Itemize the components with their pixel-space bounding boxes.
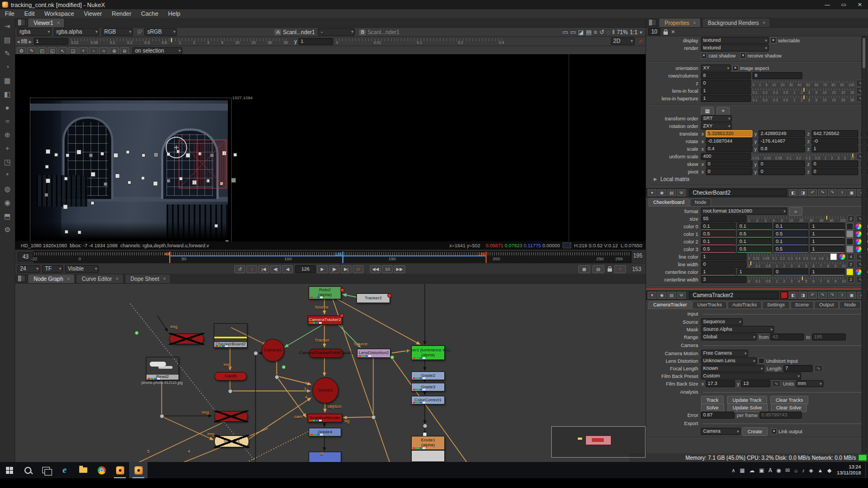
gamma-input[interactable]: 1 bbox=[298, 38, 333, 45]
header-icon[interactable]: ↷ bbox=[818, 292, 827, 299]
color-swatch[interactable] bbox=[846, 246, 853, 253]
input-field[interactable]: 0 bbox=[706, 160, 752, 168]
tray-icon-3[interactable]: ▣ bbox=[759, 467, 764, 473]
input-field[interactable]: 0 bbox=[812, 160, 858, 168]
input-field[interactable]: -0.1687044 bbox=[706, 138, 752, 145]
visible-select[interactable]: Visible bbox=[65, 265, 99, 273]
display-channels-select[interactable]: RGB bbox=[101, 28, 133, 36]
header-icon[interactable]: Ψ bbox=[677, 189, 686, 196]
header-icon[interactable]: ◧ bbox=[789, 292, 797, 299]
viewer-icon-6[interactable]: ◌ bbox=[607, 29, 610, 35]
nodegraph-canvas[interactable]: Roto2(alpha)Tracker2CameraTracker2Checke… bbox=[15, 284, 646, 462]
menu-edit[interactable]: Edit bbox=[20, 10, 40, 17]
node-colorcorrect1[interactable]: ColorCorrect1 bbox=[411, 396, 445, 404]
menu-render[interactable]: Render bbox=[107, 10, 136, 17]
input-field[interactable]: 1 bbox=[810, 230, 845, 237]
checkbox[interactable] bbox=[758, 358, 764, 364]
junction-dot[interactable] bbox=[228, 389, 233, 394]
gamma-slider[interactable]: 00.010.10.20.4 bbox=[336, 38, 504, 44]
range-in-marker[interactable] bbox=[169, 252, 170, 263]
color-wheel-icon[interactable] bbox=[839, 253, 846, 260]
transport-back-0[interactable]: |◀ bbox=[258, 265, 269, 273]
input-field[interactable]: 13 bbox=[741, 380, 770, 387]
tab-node[interactable]: Node bbox=[690, 198, 712, 206]
input-field[interactable]: 195 bbox=[812, 333, 846, 341]
header-icon[interactable]: ▤ bbox=[667, 189, 676, 196]
toolbar-channel-icon[interactable]: ▦ bbox=[2, 75, 13, 86]
multivalue-button[interactable]: 2 bbox=[847, 276, 854, 283]
tray-icon-2[interactable]: ☁ bbox=[749, 467, 755, 473]
viewer-icon-1[interactable]: ▭ bbox=[570, 29, 576, 36]
timeline-icon-3[interactable]: ∿ bbox=[614, 265, 626, 273]
tab-output[interactable]: Output bbox=[814, 301, 839, 309]
input-field[interactable]: 1 bbox=[810, 238, 845, 245]
checkbox[interactable]: × bbox=[740, 53, 746, 59]
tab-autotracks[interactable]: AutoTracks bbox=[727, 301, 762, 309]
toolbar-metadata-icon[interactable]: ⬒ bbox=[2, 211, 13, 222]
input-field[interactable]: 0 bbox=[701, 80, 751, 87]
tab-node-graph[interactable]: Node Graph× bbox=[28, 274, 75, 283]
menu-workspace[interactable]: Workspace bbox=[40, 10, 79, 17]
tray-icon-5[interactable]: ◉ bbox=[776, 467, 781, 473]
fstop-next-icon[interactable]: ▸ bbox=[29, 38, 31, 44]
header-icon[interactable]: ◉ bbox=[658, 292, 666, 299]
input-field[interactable]: 0.1 bbox=[701, 223, 736, 230]
transport-fwd-2[interactable]: ▶| bbox=[341, 265, 352, 273]
input-field[interactable]: 0.1 bbox=[701, 238, 736, 245]
button-clear-solve[interactable]: Clear Solve bbox=[771, 403, 807, 412]
multivalue-button[interactable]: 2 bbox=[847, 215, 854, 222]
slider[interactable]: 015102030405060708090100 bbox=[752, 80, 854, 87]
input-field[interactable]: 0.1 bbox=[774, 238, 808, 245]
input-field[interactable]: 0 bbox=[774, 268, 808, 275]
node-erode1[interactable]: Erode1(alpha) bbox=[411, 436, 445, 450]
select-unknown-lens[interactable]: Unknown Lens bbox=[701, 357, 757, 364]
button--[interactable]: = bbox=[789, 207, 802, 216]
task-view-button[interactable] bbox=[37, 462, 55, 478]
close-icon[interactable]: × bbox=[163, 276, 165, 281]
node-grade2[interactable]: Grade2 bbox=[411, 371, 445, 380]
skip-fwd-button[interactable]: ▶▶ bbox=[394, 265, 405, 273]
toolbar-views-icon[interactable]: ◉ bbox=[2, 197, 13, 208]
tab-dope-sheet[interactable]: Dope Sheet× bbox=[125, 274, 171, 283]
header-icon[interactable]: ▤ bbox=[667, 292, 676, 299]
lock-icon[interactable] bbox=[663, 31, 668, 35]
channel-layer-select[interactable]: rgba bbox=[17, 28, 52, 36]
nodegraph-navigator[interactable] bbox=[551, 426, 646, 458]
select-textured[interactable]: textured bbox=[701, 37, 769, 44]
input-field[interactable]: 0 bbox=[812, 168, 858, 175]
toolbar-keyer-icon[interactable]: ⊕ bbox=[2, 130, 13, 140]
viewer-icon-7[interactable]: ‖ bbox=[612, 29, 615, 35]
input-field[interactable]: 8 bbox=[701, 72, 751, 79]
menu-help[interactable]: Help bbox=[163, 10, 186, 17]
lock-icon[interactable] bbox=[608, 268, 612, 272]
color-swatch[interactable] bbox=[846, 238, 853, 245]
tab-node[interactable]: Node bbox=[839, 301, 861, 309]
node-card1[interactable]: Card1 bbox=[214, 411, 248, 422]
input-field[interactable]: 0.1 bbox=[774, 223, 808, 230]
toolbar-pencil-icon[interactable]: ✎ bbox=[2, 48, 13, 59]
header-icon[interactable]: ▣ bbox=[847, 189, 856, 196]
junction-dot[interactable] bbox=[423, 423, 427, 428]
junction-dot[interactable] bbox=[253, 351, 258, 356]
input-field[interactable]: -176.41467 bbox=[758, 138, 805, 145]
transport-mark-0[interactable]: ↺ bbox=[234, 265, 245, 273]
input-field[interactable]: 0.5 bbox=[737, 230, 772, 237]
checkbox[interactable]: × bbox=[770, 37, 776, 43]
input-field[interactable]: 0.5 bbox=[701, 246, 736, 253]
gain-slider[interactable]: 0.010.050.10.20.30.5123510203050 bbox=[71, 38, 288, 44]
slider[interactable]: 00.010.050.10.20.30.40.50.60.81 bbox=[748, 254, 828, 260]
tray-icon-4[interactable]: A bbox=[768, 467, 772, 473]
pane-corner-icon[interactable] bbox=[17, 275, 25, 282]
input-field[interactable]: 642.726562 bbox=[812, 130, 858, 137]
input-field[interactable]: 1 bbox=[810, 246, 845, 253]
input-field[interactable]: 0 bbox=[706, 168, 752, 175]
viewer-lut-select[interactable]: sRGB bbox=[144, 28, 177, 36]
tree-arrow-icon[interactable]: ▶ bbox=[654, 177, 657, 182]
slider[interactable]: 123461020304060100 bbox=[748, 216, 846, 222]
header-icon[interactable]: ? bbox=[838, 292, 846, 299]
node-lensdistortion2[interactable]: LensDistortion2 bbox=[357, 349, 391, 358]
viewer-icon-5[interactable]: ↺ bbox=[599, 29, 604, 36]
input-field[interactable]: 55 bbox=[701, 215, 746, 222]
multivalue-button[interactable]: 2 bbox=[847, 261, 854, 268]
input-field[interactable]: 0 bbox=[758, 168, 805, 175]
